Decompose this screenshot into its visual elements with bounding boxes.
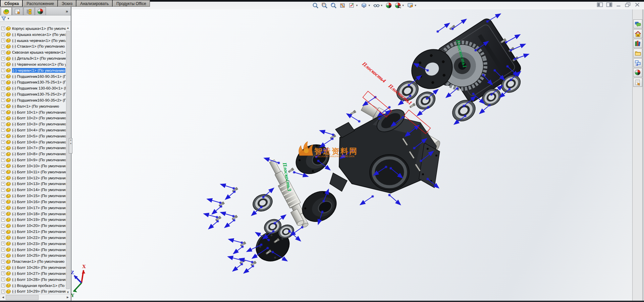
command-tab-2[interactable]: Расположение [23, 0, 58, 7]
dropdown-caret-icon[interactable]: ▼ [368, 4, 371, 7]
taskpane-tab-appearances-scenes[interactable] [633, 68, 642, 77]
taskpane-tab-design-library[interactable] [633, 39, 642, 48]
tab-appearances[interactable] [35, 7, 46, 15]
tree-item[interactable]: +(-) Болт 10<25> (По умолчанию [0, 252, 66, 258]
tree-expander-icon[interactable]: + [1, 194, 5, 198]
tree-item[interactable]: +(-) Воздушная пробка<1> (По умолчанию [0, 283, 66, 289]
tree-expander-icon[interactable]: + [1, 26, 5, 30]
view-settings-button[interactable]: ▼ [406, 1, 418, 9]
tree-expander-icon[interactable]: + [1, 170, 5, 174]
tree-item[interactable]: +(-) Болт 10<29> (По умолчанию [0, 288, 66, 294]
taskpane-tab-custom-properties[interactable] [633, 78, 642, 87]
toggle-pane-right-button[interactable] [606, 2, 612, 8]
previous-view-button[interactable] [329, 1, 338, 9]
tree-expander-icon[interactable]: + [1, 254, 5, 257]
tree-vertical-scrollbar[interactable]: ▲ ▼ [66, 25, 70, 295]
tree-item[interactable]: +(-) Подшипник 130-60-30<1> (По умолчани… [0, 85, 66, 91]
part-bolt[interactable] [350, 110, 356, 116]
tab-configuration-manager[interactable] [23, 7, 35, 15]
tree-expander-icon[interactable]: + [1, 248, 5, 251]
hide-show-items-button[interactable]: ▼ [372, 1, 384, 9]
tree-expander-icon[interactable]: + [1, 93, 5, 96]
zoom-to-fit-button[interactable] [311, 1, 320, 9]
tree-expander-icon[interactable]: + [1, 104, 5, 108]
tree-expander-icon[interactable]: + [1, 140, 5, 144]
tree-expander-icon[interactable]: + [1, 74, 5, 78]
tree-expander-icon[interactable]: + [1, 260, 5, 263]
tree-expander-icon[interactable]: + [1, 80, 5, 84]
zoom-to-area-button[interactable] [320, 1, 329, 9]
panel-expand-chevron[interactable]: » [66, 9, 68, 14]
scroll-left-arrow[interactable]: ◄ [1, 295, 5, 300]
tree-item[interactable]: +Сквозная крышка червяка<1> (По умолчани… [0, 49, 66, 55]
tree-item[interactable]: +(-) Болт 10<14> (По умолчанию [0, 187, 66, 193]
tree-item[interactable]: +(-) Вал<1> (По умолчанию [0, 103, 66, 109]
3d-viewport[interactable]: Плоскость4 Плоскость1 Плоскость1 Плоскос… [71, 9, 633, 301]
tree-expander-icon[interactable]: + [1, 176, 5, 180]
tree-item[interactable]: +(-) Подшипник160-90-35<2> (По умолчанию [0, 97, 66, 103]
tree-item[interactable]: +(-) Болт 10<22> (По умолчанию [0, 235, 66, 241]
tree-expander-icon[interactable]: + [1, 266, 5, 269]
tree-item[interactable]: +Корпус крышка<1> (По умолчанию [0, 25, 66, 32]
tree-item[interactable]: +(-) Болт 10<12> (По умолчанию [0, 175, 66, 181]
tree-item[interactable]: +(-) Болт 10<13> (По умолчанию [0, 181, 66, 187]
tree-expander-icon[interactable]: + [1, 158, 5, 162]
tree-item[interactable]: +(-) Подшипник160-90-35<1> (По умолчанию [0, 73, 66, 79]
tree-item[interactable]: +(-) Червячное колесо<1> (По умолчанию [0, 61, 66, 67]
dropdown-caret-icon[interactable]: ▼ [380, 4, 383, 7]
tree-expander-icon[interactable]: + [1, 152, 5, 156]
tree-expander-icon[interactable]: + [1, 218, 5, 222]
tree-item[interactable]: +(-) Болт 10<21> (По умолчанию [0, 229, 66, 235]
display-style-button[interactable]: ▼ [360, 1, 372, 9]
tree-horizontal-scrollbar[interactable]: ◄ ► [0, 294, 70, 300]
part-bearing[interactable] [250, 191, 275, 215]
edit-appearance-button[interactable] [385, 1, 393, 9]
tree-item[interactable]: +(-) Болт 10<26> (По умолчанию [0, 264, 66, 270]
tree-expander-icon[interactable]: + [1, 122, 5, 126]
tree-expander-icon[interactable]: + [1, 278, 5, 281]
command-tab-3[interactable]: Эскиз [58, 0, 76, 7]
tree-item[interactable]: +(-) Болт 10<24> (По умолчанию [0, 247, 66, 253]
tree-item[interactable]: +(-) Деталь9<1> (По умолчанию [0, 55, 66, 61]
tree-expander-icon[interactable]: + [1, 164, 5, 168]
command-tab-5[interactable]: Продукты Office [113, 0, 150, 7]
tree-expander-icon[interactable]: + [1, 51, 5, 54]
tree-item[interactable]: +Пластина<1> (По умолчанию [0, 258, 66, 264]
tree-filter-bar[interactable]: ▼ [0, 15, 71, 22]
tree-item[interactable]: +(-) Болт 10<19> (По умолчанию [0, 217, 66, 223]
dropdown-caret-icon[interactable]: ▼ [402, 4, 405, 7]
tree-item[interactable]: +(-) Стакан<1> (По умолчанию [0, 43, 66, 49]
tree-item[interactable]: +(-) Подшипник130-75-25<1> (По умолчанию [0, 79, 66, 85]
tree-item[interactable]: +(-) Болт 10<3> (По умолчанию [0, 121, 66, 127]
tree-item[interactable]: +(-) кышка червчка<1> (По умолчанию [0, 38, 66, 44]
toggle-pane-left-button[interactable] [597, 2, 603, 8]
tree-expander-icon[interactable]: + [1, 128, 5, 132]
tree-item[interactable]: +(-) Болт 10<23> (По умолчанию [0, 241, 66, 247]
tree-expander-icon[interactable]: + [1, 188, 5, 192]
tree-item[interactable]: +(-) Болт 10<11> (По умолчанию [0, 169, 66, 175]
taskpane-tab-view-palette[interactable] [633, 58, 642, 67]
scroll-right-arrow[interactable]: ► [65, 295, 70, 300]
tree-item[interactable]: +(-) Болт 10<2> (По умолчанию [0, 115, 66, 121]
tree-expander-icon[interactable]: + [1, 242, 5, 245]
tree-expander-icon[interactable]: + [1, 33, 5, 36]
tree-item[interactable]: +(-) Болт 10<10> (По умолчанию [0, 163, 66, 169]
dropdown-caret-icon[interactable]: ▼ [414, 4, 417, 7]
tree-item[interactable]: +(-) Болт 10<9> (По умолчанию [0, 157, 66, 163]
scroll-thumb[interactable] [66, 31, 70, 289]
tree-expander-icon[interactable]: + [1, 206, 5, 209]
tree-expander-icon[interactable]: + [1, 200, 5, 203]
tree-item[interactable]: +(-) Болт 10<17> (По умолчанию [0, 205, 66, 211]
scroll-thumb-horizontal[interactable] [6, 295, 39, 300]
tree-expander-icon[interactable]: + [1, 212, 5, 216]
tree-item[interactable]: +(-) Болт 10<6> (По умолчанию [0, 139, 66, 145]
section-view-button[interactable] [338, 1, 347, 9]
tab-featuremanager-tree[interactable] [1, 7, 12, 15]
tree-expander-icon[interactable]: + [1, 45, 5, 48]
tree-expander-icon[interactable]: + [1, 224, 5, 228]
tree-expander-icon[interactable]: + [1, 116, 5, 120]
tab-property-manager[interactable] [12, 7, 23, 15]
tree-item[interactable]: +(-) Болт 10<18> (По умолчанию [0, 211, 66, 217]
tree-item[interactable]: +(-) Болт 10<15> (По умолчанию [0, 193, 66, 199]
tree-item[interactable]: +(-) Подшипник130-75-25<2> (По умолчанию [0, 91, 66, 97]
